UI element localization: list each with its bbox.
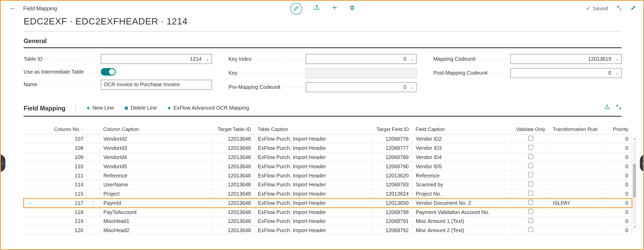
cell-target-table-id[interactable]: 12013648: [212, 171, 254, 180]
scroll-down-icon[interactable]: ▾: [633, 225, 636, 229]
cell-field-caption[interactable]: Vendor Document No. 2: [412, 198, 512, 207]
checkbox-icon[interactable]: [528, 145, 533, 150]
cell-priority[interactable]: 0: [606, 198, 632, 207]
cell-transformation-rule[interactable]: [549, 189, 606, 198]
table-row[interactable]: →117⋮PaymId12013648ExFlow Purch. Import …: [24, 198, 632, 207]
share-icon[interactable]: [314, 4, 320, 12]
cell-target-field-id[interactable]: 12013650: [371, 198, 412, 207]
cell-column-caption[interactable]: MiscHead2: [100, 226, 212, 235]
expand-grid-icon[interactable]: [616, 104, 622, 111]
scroll-up-icon[interactable]: ▴: [633, 137, 636, 140]
cell-column-no[interactable]: 114: [44, 180, 87, 189]
cell-validate-only[interactable]: [512, 152, 549, 162]
cell-column-no[interactable]: 118: [44, 207, 87, 217]
cell-column-no[interactable]: 110: [44, 162, 87, 171]
cell-table-caption[interactable]: ExFlow Purch. Import Header: [255, 171, 372, 180]
cell-field-caption[interactable]: Payment Validation Account No.: [412, 207, 512, 217]
cell-field-caption[interactable]: Reference: [412, 171, 512, 180]
cell-validate-only[interactable]: [512, 198, 549, 207]
cell-target-field-id[interactable]: 12068776: [371, 134, 412, 144]
th-transformation-rule[interactable]: Transformation Rule: [549, 124, 606, 134]
new-icon[interactable]: [331, 4, 337, 12]
cell-column-caption[interactable]: VendorId4: [100, 152, 212, 162]
cell-target-field-id[interactable]: 12068791: [371, 217, 412, 226]
cell-target-field-id[interactable]: 12068790: [371, 162, 412, 171]
delete-icon[interactable]: [349, 5, 355, 12]
checkbox-icon[interactable]: [528, 172, 533, 177]
cell-table-caption[interactable]: ExFlow Purch. Import Header: [255, 207, 372, 217]
th-validate-only[interactable]: Validate Only: [512, 124, 549, 134]
cell-transformation-rule[interactable]: [549, 180, 606, 189]
cell-transformation-rule[interactable]: [549, 226, 606, 235]
scroll-track[interactable]: [633, 141, 636, 224]
th-column-no[interactable]: Column No. ↑: [44, 124, 87, 134]
cell-priority[interactable]: 0: [606, 207, 632, 217]
cell-target-table-id[interactable]: 12013648: [212, 134, 254, 144]
table-row[interactable]: 108VendorId312013648ExFlow Purch. Import…: [24, 144, 632, 153]
cell-column-no[interactable]: 107: [44, 134, 87, 144]
cell-priority[interactable]: 0: [606, 189, 632, 198]
cell-priority[interactable]: 0: [606, 162, 632, 171]
cell-column-caption[interactable]: VendorId5: [100, 162, 212, 171]
scroll-thumb[interactable]: [633, 164, 636, 197]
cell-validate-only[interactable]: [512, 171, 549, 180]
checkbox-icon[interactable]: [528, 209, 533, 214]
cell-validate-only[interactable]: [512, 144, 549, 153]
cell-column-no[interactable]: 109: [44, 152, 87, 162]
input-mapping-codeunit[interactable]: 12013619 ⌄: [511, 54, 622, 64]
input-table-id[interactable]: 1214 ⌄: [101, 54, 212, 64]
cell-column-caption[interactable]: VendorId2: [100, 134, 212, 144]
cell-transformation-rule[interactable]: [549, 152, 606, 162]
cell-priority[interactable]: 0: [606, 226, 632, 235]
cell-priority[interactable]: 0: [606, 217, 632, 226]
table-row[interactable]: 120MiscHead212013648ExFlow Purch. Import…: [24, 226, 632, 235]
cell-column-caption[interactable]: MiscHead1: [100, 217, 212, 226]
cell-column-no[interactable]: 111: [44, 171, 87, 180]
cell-field-caption[interactable]: Misc Amount 2 (Text): [412, 226, 512, 235]
cell-target-field-id[interactable]: 12013620: [371, 171, 412, 180]
cell-priority[interactable]: 0: [606, 134, 632, 144]
cell-target-field-id[interactable]: 12068789: [371, 152, 412, 162]
cell-transformation-rule[interactable]: [549, 162, 606, 171]
cell-column-caption[interactable]: PayToAccount: [100, 207, 212, 217]
cell-transformation-rule[interactable]: [549, 144, 606, 153]
cell-target-table-id[interactable]: 12013648: [212, 144, 254, 153]
cell-validate-only[interactable]: [512, 180, 549, 189]
cell-target-table-id[interactable]: 12013648: [212, 207, 254, 217]
row-menu-icon[interactable]: ⋮: [87, 198, 100, 207]
cell-transformation-rule[interactable]: [549, 171, 606, 180]
table-row[interactable]: 114UserName12013648ExFlow Purch. Import …: [24, 180, 632, 189]
cell-column-no[interactable]: 115: [44, 189, 87, 198]
cell-target-table-id[interactable]: 12013648: [212, 152, 254, 162]
input-pre-mapping[interactable]: 0 ⌄: [306, 82, 417, 92]
cell-target-field-id[interactable]: 12013624: [371, 189, 412, 198]
checkbox-icon[interactable]: [528, 227, 533, 232]
cell-target-field-id[interactable]: 12068798: [371, 207, 412, 217]
cell-target-table-id[interactable]: 12013648: [212, 226, 254, 235]
cell-column-caption[interactable]: Project: [100, 189, 212, 198]
cell-transformation-rule[interactable]: [549, 217, 606, 226]
th-table-caption[interactable]: Table Caption: [255, 124, 372, 134]
cell-column-no[interactable]: 119: [44, 217, 87, 226]
checkbox-icon[interactable]: [528, 200, 533, 205]
cell-target-table-id[interactable]: 12013648: [212, 217, 254, 226]
cell-column-no[interactable]: 108: [44, 144, 87, 153]
cell-table-caption[interactable]: ExFlow Purch. Import Header: [255, 217, 372, 226]
cell-priority[interactable]: 0: [606, 180, 632, 189]
checkbox-icon[interactable]: [528, 181, 533, 186]
checkbox-icon[interactable]: [528, 163, 533, 168]
popout-icon[interactable]: [616, 5, 622, 12]
action-new-line[interactable]: ✦ New Line: [86, 105, 114, 111]
cell-target-field-id[interactable]: 12068783: [371, 180, 412, 189]
cell-field-caption[interactable]: Scanned by: [412, 180, 512, 189]
th-column-caption[interactable]: Column Caption: [100, 124, 212, 134]
action-delete-line[interactable]: ✖ Delete Line: [124, 105, 157, 111]
input-name[interactable]: OCR invoice to Purchase Invoice: [101, 80, 212, 90]
table-row[interactable]: 118PayToAccount12013648ExFlow Purch. Imp…: [24, 207, 632, 217]
cell-table-caption[interactable]: ExFlow Purch. Import Header: [255, 189, 372, 198]
cell-target-field-id[interactable]: 12068777: [371, 144, 412, 153]
cell-validate-only[interactable]: [512, 134, 549, 144]
checkbox-icon[interactable]: [528, 191, 533, 196]
table-row[interactable]: 115Project12013648ExFlow Purch. Import H…: [24, 189, 632, 198]
cell-priority[interactable]: 0: [606, 171, 632, 180]
